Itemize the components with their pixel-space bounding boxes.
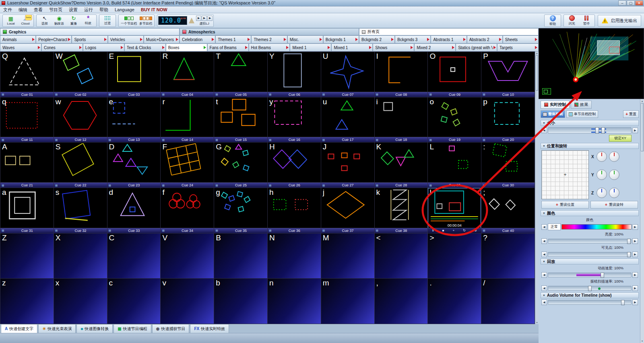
- cue-cell[interactable]: A▦Cue 21: [0, 143, 54, 188]
- quick-tool-tab[interactable]: ▦快速节目编程: [114, 324, 151, 333]
- empty-cue-cell[interactable]: z: [0, 279, 54, 324]
- category-tab[interactable]: Logos: [83, 43, 124, 52]
- color-gradient-bar[interactable]: [561, 224, 632, 229]
- cue-cell[interactable]: g▦Cue 35: [214, 188, 268, 233]
- empty-cue-cell[interactable]: /: [481, 279, 535, 324]
- pause-output-button[interactable]: 暂停: [579, 15, 594, 27]
- replay-tool-button[interactable]: ↻ 重播: [66, 15, 81, 27]
- position-pad[interactable]: +: [541, 150, 589, 199]
- category-tab[interactable]: Boxes: [166, 43, 207, 52]
- color-mode-select[interactable]: 正常: [548, 223, 561, 230]
- cue-cell[interactable]: l00:00:04Ⅱ■+↻⊕: [428, 188, 481, 233]
- scan-thumb[interactable]: [588, 286, 592, 291]
- quick-tool-tab[interactable]: A快速创建文字: [1, 324, 37, 333]
- empty-cue-cell[interactable]: ?: [481, 233, 535, 279]
- empty-cue-cell[interactable]: x: [54, 279, 107, 324]
- cue-cell[interactable]: p▦Cue 20: [481, 97, 535, 143]
- menu-item[interactable]: 文件: [0, 6, 15, 13]
- cue-cell[interactable]: T▦Cue 05: [214, 52, 268, 97]
- bpm-display[interactable]: 120.0 BPM: [158, 16, 187, 25]
- effect-icon[interactable]: ⊕: [474, 229, 477, 232]
- points-thumb[interactable]: [627, 252, 631, 257]
- y-rotation-knob[interactable]: [609, 169, 619, 180]
- multi-cue-button[interactable]: 多节目档: [138, 15, 153, 27]
- empty-cue-cell[interactable]: N: [268, 233, 321, 279]
- menu-item[interactable]: Language: [111, 6, 138, 13]
- category-tab[interactable]: Text & Clocks: [124, 43, 166, 52]
- rotation-icon[interactable]: ↻: [463, 229, 466, 232]
- menu-item[interactable]: 帮助: [96, 6, 111, 13]
- tab-live-control[interactable]: 实时控制: [541, 101, 570, 109]
- overall-control-button[interactable]: 整体控制: [541, 110, 565, 118]
- cue-cell[interactable]: K▦Cue 28: [375, 143, 428, 188]
- menu-item[interactable]: 查看: [31, 6, 46, 13]
- category-tab[interactable]: Abstracts 1: [431, 35, 466, 43]
- section-header-audio[interactable]: ▼ Audio Volume for Timeline (show): [541, 292, 639, 298]
- cue-cell[interactable]: Q▦Cue 01: [0, 52, 54, 97]
- brightness-slider[interactable]: ◀ ▶: [541, 238, 638, 244]
- minimize-button[interactable]: –: [618, 0, 626, 6]
- cue-cell[interactable]: W▦Cue 02: [54, 52, 107, 97]
- visible-points-slider[interactable]: ◀ ▶: [541, 252, 638, 257]
- effect-tool-button[interactable]: * 特效: [81, 15, 95, 27]
- category-tab[interactable]: Mixed 2: [414, 43, 456, 52]
- section-header-playback[interactable]: ▼ 回放: [541, 258, 639, 264]
- cue-cell[interactable]: u▦Cue 17: [321, 97, 375, 143]
- category-tab[interactable]: Waves: [0, 43, 41, 52]
- cue-cell[interactable]: w▦Cue 12: [54, 97, 107, 143]
- cue-cell[interactable]: a▦Cue 31: [0, 188, 54, 233]
- category-tab[interactable]: Themes 2: [251, 35, 287, 43]
- maximize-button[interactable]: ▢: [627, 0, 635, 6]
- category-tab[interactable]: Music+Dancers: [144, 35, 180, 43]
- cue-cell[interactable]: G▦Cue 25: [214, 143, 268, 188]
- empty-cue-cell[interactable]: .: [428, 279, 481, 324]
- cue-cell[interactable]: d▦Cue 33: [107, 188, 161, 233]
- grid-scrollbar[interactable]: ▲ ▼: [535, 52, 539, 324]
- menu-item[interactable]: BUY IT NOW: [138, 6, 171, 13]
- panel-scrollbar[interactable]: ▲ ▼: [640, 99, 644, 343]
- category-tab[interactable]: Misc.: [287, 35, 323, 43]
- category-tab[interactable]: Sheets: [503, 35, 539, 43]
- category-tab[interactable]: Abstracts 2: [467, 35, 503, 43]
- category-tab[interactable]: People+Characters: [36, 35, 72, 43]
- cue-cell[interactable]: P▦Cue 10: [481, 52, 535, 97]
- local-library-button[interactable]: ▦ Local: [4, 15, 18, 27]
- category-tab[interactable]: Bckgrnds 1: [323, 35, 359, 43]
- category-tab[interactable]: Hot Beams: [249, 43, 290, 52]
- category-tab[interactable]: Targets: [497, 43, 539, 52]
- category-tab[interactable]: Celebration: [180, 35, 215, 43]
- size-min-button[interactable]: ◀: [541, 128, 547, 133]
- cue-cell[interactable]: L▦Cue 29: [428, 143, 481, 188]
- tab-effects[interactable]: 效果: [571, 101, 592, 109]
- cue-cell[interactable]: k▦Cue 38: [375, 188, 428, 233]
- panel-scroll-up-icon[interactable]: ▲: [640, 100, 644, 102]
- tab-graphics[interactable]: Graphics: [0, 28, 180, 35]
- empty-cue-cell[interactable]: >: [428, 233, 481, 279]
- empty-cue-cell[interactable]: X: [54, 233, 107, 279]
- category-tab[interactable]: Mixed 1: [290, 43, 331, 52]
- empty-cue-cell[interactable]: V: [161, 233, 214, 279]
- cue-cell[interactable]: D▦Cue 23: [107, 143, 161, 188]
- projection-zone-icon[interactable]: [542, 88, 551, 95]
- cue-cell[interactable]: f▦Cue 34: [161, 188, 214, 233]
- empty-cue-cell[interactable]: b: [214, 279, 268, 324]
- z-rotation-knob[interactable]: [609, 188, 619, 198]
- speed-thumb[interactable]: [601, 273, 604, 278]
- category-tab[interactable]: Shows: [373, 43, 414, 52]
- empty-cue-cell[interactable]: <: [375, 233, 428, 279]
- cue-cell[interactable]: E▦Cue 03: [107, 52, 161, 97]
- z-position-knob[interactable]: [597, 188, 607, 198]
- tab-atmospherics[interactable]: Atmospherics: [180, 28, 359, 35]
- cue-cell[interactable]: r▦Cue 14: [161, 97, 214, 143]
- category-tab[interactable]: Fans of Beams: [207, 43, 249, 52]
- cloud-library-button[interactable]: ☁beta Cloud: [18, 15, 33, 27]
- cue-cell[interactable]: :▦Cue 30: [481, 143, 535, 188]
- empty-cue-cell[interactable]: Z: [0, 233, 54, 279]
- all-pages-box[interactable]: 所有页: [359, 28, 539, 35]
- category-tab[interactable]: Mixed 1: [331, 43, 373, 52]
- brightness-thumb[interactable]: [627, 239, 631, 244]
- grid-scroll-thumb[interactable]: [536, 55, 538, 91]
- color-next-button[interactable]: ▶: [632, 224, 638, 230]
- audio-thumb[interactable]: [621, 300, 625, 305]
- stop-icon[interactable]: ■: [442, 229, 444, 232]
